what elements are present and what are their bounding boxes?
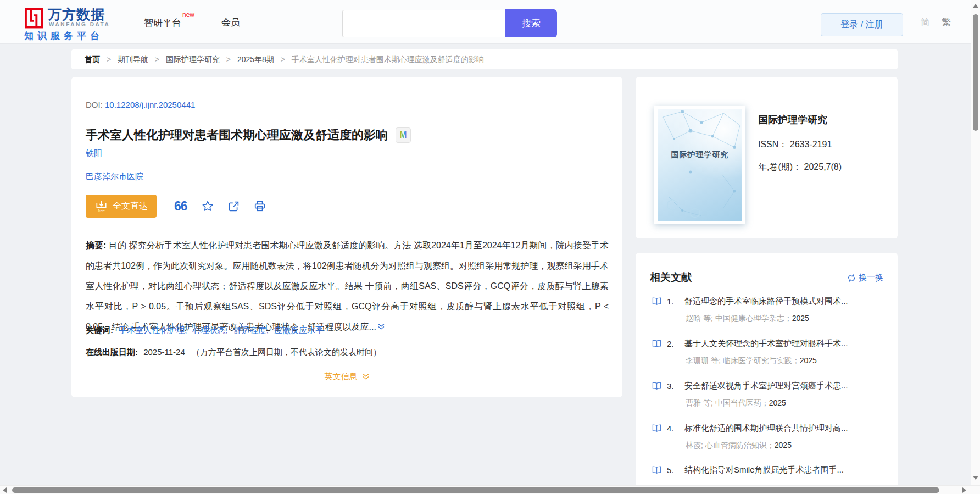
breadcrumb-separator: >: [281, 55, 285, 64]
journal-cover-image: 国际护理学研究: [658, 109, 742, 221]
new-badge: new: [182, 11, 194, 19]
issn-label: ISSN：: [758, 140, 787, 149]
affiliation-link[interactable]: 巴彦淖尔市医院: [86, 171, 143, 181]
journal-cover-title: 国际护理学研究: [658, 150, 742, 160]
scroll-down-arrow[interactable]: [973, 476, 978, 480]
keyword-link[interactable]: 舒适程度;: [233, 325, 269, 335]
book-icon: [652, 424, 661, 432]
article-title-text: 手术室人性化护理对患者围术期心理应激及舒适度的影响: [86, 128, 388, 142]
related-item-title[interactable]: 舒适理念的手术室临床路径干预模式对围术...: [684, 296, 848, 307]
keyword-link[interactable]: 应激反应水平: [274, 325, 324, 335]
print-icon[interactable]: [254, 200, 266, 212]
lang-simplified[interactable]: 简: [921, 17, 930, 27]
article-actions: free 全文直达 66: [86, 195, 266, 218]
vertical-scroll-thumb[interactable]: [973, 14, 978, 131]
journal-volume-line: 年,卷(期)： 2025,7(8): [758, 162, 842, 173]
breadcrumb-separator: >: [155, 55, 159, 64]
nav-item-member[interactable]: 会员: [221, 16, 240, 29]
breadcrumb-issue[interactable]: 2025年8期: [237, 55, 274, 64]
related-item-meta: 李珊珊 等; 临床医学研究与实践；2025: [652, 356, 883, 366]
book-icon: [652, 297, 661, 306]
related-item-year: 2025: [775, 441, 792, 449]
horizontal-scroll-thumb[interactable]: [12, 487, 939, 493]
chevron-down-icon: [362, 373, 370, 380]
volume-value: 2025,7(8): [804, 162, 842, 171]
related-item-number: 3.: [667, 381, 679, 391]
book-icon: [652, 340, 661, 348]
wanfang-logo-icon[interactable]: [25, 7, 43, 32]
book-icon: [652, 382, 661, 390]
breadcrumb-journal-nav[interactable]: 期刊导航: [118, 55, 148, 64]
english-info-toggle[interactable]: 英文信息: [71, 371, 622, 382]
export-share-icon[interactable]: [228, 201, 240, 212]
issn-value: 2633-2191: [790, 140, 832, 149]
related-item-title[interactable]: 结构化指导对Smile角膜屈光手术患者围手...: [684, 465, 844, 475]
cite-icon[interactable]: 66: [174, 201, 187, 212]
related-item: 3. 安全舒适双视角手术室护理对宫颈癌手术患... 曹雅 等; 中国当代医药；2…: [652, 381, 883, 408]
search-input[interactable]: [342, 10, 505, 37]
english-info-label: 英文信息: [324, 371, 357, 381]
breadcrumb-separator: >: [107, 55, 111, 64]
breadcrumb-separator: >: [226, 55, 231, 64]
volume-label: 年,卷(期)：: [758, 162, 801, 171]
brand-tagline: 知识服务平台: [24, 30, 103, 42]
related-item-year: 2025: [800, 356, 817, 365]
breadcrumb-home[interactable]: 首页: [85, 55, 100, 64]
keyword-link[interactable]: 心理状态;: [193, 325, 228, 335]
expand-abstract-icon[interactable]: [377, 323, 385, 332]
journal-name-link[interactable]: 国际护理学研究: [758, 113, 827, 126]
related-title: 相关文献: [650, 270, 692, 285]
author-link[interactable]: 铁阳: [86, 148, 102, 158]
related-item-title[interactable]: 标准化舒适的围术期护理联合共情护理对高...: [684, 423, 848, 434]
pubdate-value: 2025-11-24: [143, 347, 185, 357]
related-item-year: 2025: [792, 314, 809, 323]
breadcrumb: 首页 > 期刊导航 > 国际护理学研究 > 2025年8期 > 手术室人性化护理…: [71, 49, 898, 69]
related-item-meta: 曹雅 等; 中国当代医药；2025: [652, 398, 883, 408]
journal-cover[interactable]: 国际护理学研究: [654, 106, 745, 224]
related-item-source: 李珊珊 等; 临床医学研究与实践；: [686, 356, 800, 365]
nav-zhiyan-label: 智研平台: [144, 18, 181, 28]
affiliation-line: 巴彦淖尔市医院: [86, 171, 143, 182]
refresh-icon: [847, 274, 856, 282]
pubdate-label: 在线出版日期:: [86, 347, 138, 357]
horizontal-scrollbar[interactable]: [0, 485, 980, 494]
search-button[interactable]: 搜索: [505, 9, 557, 37]
related-item-title[interactable]: 基于人文关怀理念的手术室护理对眼科手术...: [684, 338, 848, 349]
related-item-meta: 林霞; 心血管病防治知识；2025: [652, 441, 883, 451]
keywords-label: 关键词:: [86, 325, 113, 335]
fulltext-button[interactable]: free 全文直达: [86, 195, 157, 218]
site-header: 万方数据 WANFANG DATA 知识服务平台 智研平台new 会员 搜索 登…: [0, 0, 980, 44]
lang-traditional[interactable]: 繁: [942, 17, 951, 27]
download-free-icon: free: [94, 199, 108, 213]
favorite-star-icon[interactable]: [202, 200, 214, 212]
scroll-up-arrow[interactable]: [973, 4, 978, 8]
related-item-number: 1.: [667, 297, 679, 306]
nav-item-zhiyan[interactable]: 智研平台new: [144, 16, 194, 29]
related-item-source: 曹雅 等; 中国当代医药；: [686, 398, 769, 407]
scroll-right-arrow[interactable]: [962, 487, 966, 493]
metrics-badge[interactable]: M: [396, 127, 411, 143]
related-item-title[interactable]: 安全舒适双视角手术室护理对宫颈癌手术患...: [684, 381, 848, 391]
free-label: free: [98, 208, 104, 213]
pubdate-note: （万方平台首次上网日期，不代表论文的发表时间）: [192, 347, 381, 357]
breadcrumb-journal[interactable]: 国际护理学研究: [166, 55, 220, 64]
author-line: 铁阳: [86, 148, 102, 159]
related-item-source: 赵晗 等; 中国健康心理学杂志；: [686, 314, 792, 323]
keyword-link[interactable]: 手术室人性化护理;: [119, 325, 187, 335]
refresh-label: 换一换: [859, 273, 883, 283]
related-item-number: 4.: [667, 424, 679, 433]
metrics-badge-letter: M: [399, 130, 407, 140]
lang-divider: [936, 18, 936, 26]
scroll-left-arrow[interactable]: [3, 487, 7, 493]
related-item-year: 2025: [769, 398, 786, 407]
cover-network-art: [658, 109, 742, 221]
vertical-scrollbar[interactable]: [971, 0, 980, 485]
login-register-button[interactable]: 登录 / 注册: [821, 13, 903, 36]
book-icon: [652, 466, 661, 474]
nav-member-label: 会员: [221, 17, 240, 27]
related-item: 4. 标准化舒适的围术期护理联合共情护理对高... 林霞; 心血管病防治知识；2…: [652, 423, 883, 451]
refresh-related-button[interactable]: 换一换: [847, 273, 883, 283]
related-item-meta: 赵晗 等; 中国健康心理学杂志；2025: [652, 314, 883, 324]
doi-link[interactable]: 10.12208/j.ijnr.20250441: [105, 100, 195, 109]
doi-line: DOI: 10.12208/j.ijnr.20250441: [86, 100, 195, 109]
